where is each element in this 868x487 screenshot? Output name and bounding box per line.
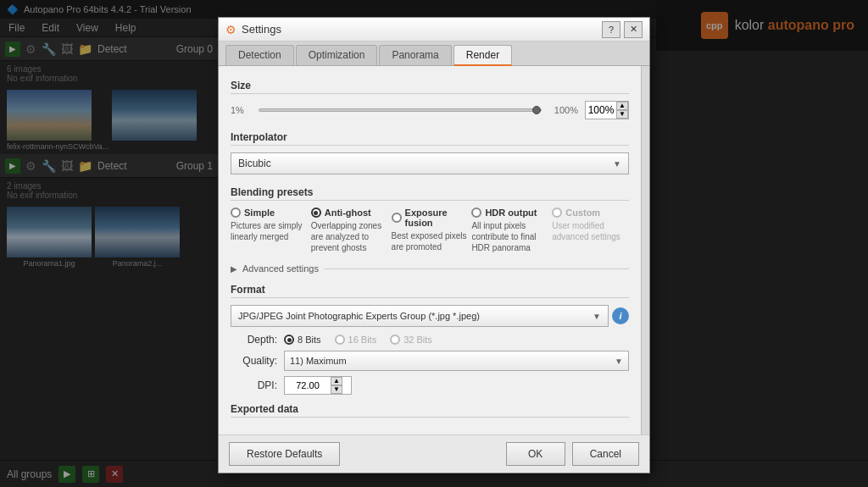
blending-simple-desc: Pictures are simply linearly merged: [231, 220, 308, 242]
dialog-tabs: Detection Optimization Panorama Render: [219, 42, 649, 66]
depth-row: Depth: 8 Bits 16 Bits: [231, 334, 629, 346]
depth-8bit-label: 8 Bits: [298, 335, 321, 345]
quality-select[interactable]: 11) Maximum ▼: [284, 351, 629, 371]
format-header: Format: [231, 284, 629, 298]
slider-thumb[interactable]: [532, 106, 541, 114]
size-input[interactable]: ▲ ▼: [585, 101, 629, 119]
exported-header: Exported data: [231, 403, 629, 418]
quality-label: Quality:: [231, 355, 277, 367]
quality-value: 11) Maximum: [290, 356, 347, 366]
depth-16bit[interactable]: 16 Bits: [335, 335, 377, 345]
interpolator-arrow: ▼: [613, 159, 621, 169]
dialog-content: Size 1% 100% ▲ ▼: [219, 66, 641, 434]
advanced-divider: [324, 268, 629, 269]
blending-exposure-desc: Best exposed pixels are promoted: [392, 230, 469, 252]
size-spinner: ▲ ▼: [616, 102, 628, 119]
ok-button[interactable]: OK: [506, 442, 565, 466]
dpi-spinner: ▲ ▼: [331, 377, 342, 394]
size-slider[interactable]: [259, 108, 542, 112]
blending-exposure-label: Exposure fusion: [405, 208, 469, 228]
blending-section: Blending presets Simple Pictures are sim…: [231, 186, 629, 253]
blending-hdr-label: HDR output: [485, 208, 537, 218]
depth-32bit-label: 32 Bits: [403, 335, 432, 345]
radio-simple[interactable]: [231, 208, 241, 218]
format-section: Format JPG/JPEG Joint Photographic Exper…: [231, 284, 629, 395]
size-section: Size 1% 100% ▲ ▼: [231, 80, 629, 119]
dialog-help-button[interactable]: ?: [602, 21, 620, 38]
exported-section: Exported data: [231, 403, 629, 418]
settings-dialog: ⚙ Settings ? ✕ Detection Optimization Pa…: [218, 17, 650, 473]
blending-antighost: Anti-ghost Overlapping zones are analyze…: [311, 208, 388, 253]
format-value: JPG/JPEG Joint Photographic Experts Grou…: [238, 311, 480, 321]
size-max-label: 100%: [548, 105, 578, 115]
radio-custom[interactable]: [552, 208, 562, 218]
radio-16bit[interactable]: [335, 335, 345, 345]
blending-simple-label: Simple: [244, 208, 275, 218]
modal-overlay: ⚙ Settings ? ✕ Detection Optimization Pa…: [0, 0, 868, 487]
dialog-close-button[interactable]: ✕: [624, 21, 643, 38]
blending-antighost-label: Anti-ghost: [325, 208, 371, 218]
size-up-button[interactable]: ▲: [616, 102, 628, 110]
blending-custom-radio-row[interactable]: Custom: [552, 208, 629, 218]
format-select[interactable]: JPG/JPEG Joint Photographic Experts Grou…: [231, 305, 609, 327]
restore-defaults-button[interactable]: Restore Defaults: [229, 442, 340, 466]
dialog-title-bar: ⚙ Settings ? ✕: [219, 18, 649, 42]
blending-simple: Simple Pictures are simply linearly merg…: [231, 208, 308, 253]
format-info-button[interactable]: i: [612, 307, 629, 324]
blending-hdr-radio-row[interactable]: HDR output: [471, 208, 548, 218]
radio-hdr[interactable]: [471, 208, 481, 218]
depth-label: Depth:: [231, 334, 277, 346]
size-header: Size: [231, 80, 629, 94]
dpi-row: DPI: ▲ ▼: [231, 376, 629, 395]
dpi-down-button[interactable]: ▼: [331, 385, 342, 394]
tab-optimization[interactable]: Optimization: [296, 45, 378, 65]
blending-exposure-radio-row[interactable]: Exposure fusion: [392, 208, 469, 228]
advanced-settings-label: Advanced settings: [242, 263, 319, 274]
tab-render[interactable]: Render: [453, 45, 512, 66]
dialog-title-text: Settings: [242, 23, 281, 36]
quality-row: Quality: 11) Maximum ▼: [231, 351, 629, 371]
tab-detection[interactable]: Detection: [225, 45, 294, 65]
size-value-input[interactable]: [586, 102, 616, 119]
dialog-footer: Restore Defaults OK Cancel: [219, 434, 649, 473]
blending-simple-radio-row[interactable]: Simple: [231, 208, 308, 218]
blending-custom-label: Custom: [565, 208, 600, 218]
radio-antighost[interactable]: [311, 208, 321, 218]
advanced-arrow-icon: ▶: [231, 264, 237, 274]
size-down-button[interactable]: ▼: [616, 110, 628, 119]
blending-grid: Simple Pictures are simply linearly merg…: [231, 208, 629, 253]
size-min-label: 1%: [231, 105, 252, 115]
dpi-value-input[interactable]: [285, 377, 331, 394]
depth-32bit[interactable]: 32 Bits: [390, 335, 432, 345]
radio-8bit[interactable]: [284, 335, 294, 345]
interpolator-value: Bicubic: [238, 158, 271, 169]
slider-row: 1% 100% ▲ ▼: [231, 101, 629, 119]
radio-32bit[interactable]: [390, 335, 400, 345]
dialog-scrollbar[interactable]: [641, 66, 649, 434]
blending-custom-desc: User modified advanced settings: [552, 220, 629, 242]
format-arrow: ▼: [593, 312, 601, 321]
dpi-up-button[interactable]: ▲: [331, 377, 342, 385]
depth-radio-group: 8 Bits 16 Bits 32 Bits: [284, 335, 432, 345]
interpolator-header: Interpolator: [231, 131, 629, 146]
blending-antighost-radio-row[interactable]: Anti-ghost: [311, 208, 388, 218]
depth-16bit-label: 16 Bits: [348, 335, 377, 345]
dialog-controls: ? ✕: [602, 21, 643, 38]
blending-antighost-desc: Overlapping zones are analyzed to preven…: [311, 220, 388, 253]
blending-hdr-desc: All input pixels contribute to final HDR…: [471, 220, 548, 253]
dialog-body: Size 1% 100% ▲ ▼: [219, 66, 649, 434]
tab-panorama[interactable]: Panorama: [379, 45, 451, 65]
dialog-settings-icon: ⚙: [225, 23, 236, 36]
dpi-input[interactable]: ▲ ▼: [284, 376, 352, 395]
format-select-row: JPG/JPEG Joint Photographic Experts Grou…: [231, 305, 629, 327]
blending-hdr: HDR output All input pixels contribute t…: [471, 208, 548, 253]
dpi-label: DPI:: [231, 379, 277, 391]
radio-exposure[interactable]: [392, 213, 402, 223]
interpolator-select[interactable]: Bicubic ▼: [231, 152, 629, 174]
depth-8bit[interactable]: 8 Bits: [284, 335, 321, 345]
quality-arrow: ▼: [615, 357, 623, 366]
advanced-settings-row[interactable]: ▶ Advanced settings: [231, 263, 629, 274]
cancel-button[interactable]: Cancel: [572, 442, 639, 466]
blending-custom: Custom User modified advanced settings: [552, 208, 629, 253]
blending-header: Blending presets: [231, 186, 629, 201]
